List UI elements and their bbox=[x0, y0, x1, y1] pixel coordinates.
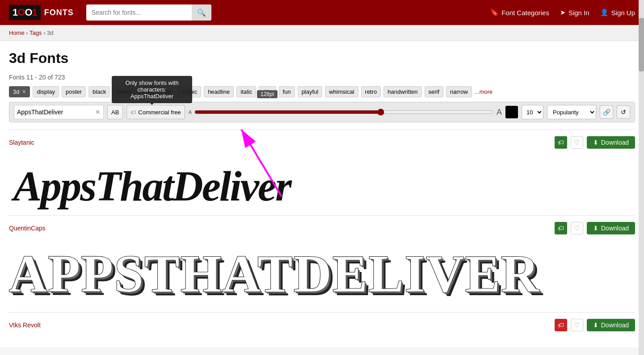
font-count: Fonts 11 - 20 of 723 bbox=[9, 74, 635, 81]
font-actions-vtks-revolt: 🏷 ♡ ⬇ Download bbox=[555, 319, 635, 331]
main-content: 3d Fonts Fonts 11 - 20 of 723 3d ✕ displ… bbox=[0, 41, 644, 347]
tag-poster[interactable]: poster bbox=[62, 86, 86, 97]
font-entry-header: QuentinCaps 🏷 ♡ ⬇ Download bbox=[9, 222, 635, 234]
font-preview-slaytanic[interactable]: AppsThatDeliver bbox=[9, 151, 635, 211]
font-entry-quentincaps: QuentinCaps 🏷 ♡ ⬇ Download APPSTHATDELIV… bbox=[9, 215, 635, 312]
breadcrumb-current: 3d bbox=[47, 29, 53, 36]
font-tag-icon-vtks[interactable]: 🏷 bbox=[555, 319, 567, 331]
font-categories-link[interactable]: 🔖 Font Categories bbox=[490, 8, 549, 17]
tag-playful[interactable]: playful bbox=[298, 86, 323, 97]
tag-label: black bbox=[93, 88, 106, 95]
tag-3d[interactable]: 3d ✕ bbox=[9, 86, 30, 97]
download-label: Download bbox=[601, 225, 629, 232]
tag-label: headline bbox=[208, 88, 230, 95]
tag-commercial-icon: 🏷 bbox=[130, 109, 136, 116]
tag-label: fat bbox=[165, 88, 171, 95]
sort-select[interactable]: Popularity Alphabetical Date Added Trend… bbox=[547, 105, 596, 119]
font-categories-label: Font Categories bbox=[501, 9, 549, 17]
clear-text-button[interactable]: ✕ bbox=[95, 109, 101, 116]
tag-narrow[interactable]: narrow bbox=[446, 86, 472, 97]
slaytanic-preview-svg: AppsThatDeliver bbox=[9, 151, 358, 209]
tag-fun[interactable]: fun bbox=[279, 86, 295, 97]
tag-display[interactable]: display bbox=[33, 86, 59, 97]
tag-italic[interactable]: italic bbox=[236, 86, 256, 97]
commercial-free-label: Commercial free bbox=[138, 109, 181, 116]
sign-in-link[interactable]: ➤ Sign In bbox=[560, 8, 589, 17]
toolbar: ✕ AB 🏷 Commercial free A A 10 20 50 bbox=[9, 102, 635, 122]
search-button[interactable]: 🔍 bbox=[192, 4, 211, 21]
font-name-vtks-revolt[interactable]: Vtks Revolt bbox=[9, 322, 41, 329]
logo-text: FONTS bbox=[41, 6, 77, 19]
tag-label: comic bbox=[182, 88, 197, 95]
font-tag-icon-slaytanic[interactable]: 🏷 bbox=[555, 136, 567, 149]
download-icon: ⬇ bbox=[593, 322, 598, 329]
tag-label: serif bbox=[429, 88, 440, 95]
favorite-button-quentincaps[interactable]: ♡ bbox=[571, 222, 583, 234]
tag-handwritten[interactable]: handwritten bbox=[383, 86, 421, 97]
font-entry-header: Slaytanic 🏷 ♡ ⬇ Download bbox=[9, 136, 635, 149]
color-picker[interactable] bbox=[505, 106, 518, 118]
download-button-slaytanic[interactable]: ⬇ Download bbox=[587, 136, 635, 149]
tag-label: display bbox=[37, 88, 55, 95]
tag-label: narrow bbox=[450, 88, 468, 95]
font-actions-quentincaps: 🏷 ♡ ⬇ Download bbox=[555, 222, 635, 234]
favorite-button-slaytanic[interactable]: ♡ bbox=[571, 136, 583, 149]
site-header: 1OO1 FONTS 🔍 🔖 Font Categories ➤ Sign In… bbox=[0, 0, 644, 25]
text-input-wrap: ✕ bbox=[14, 105, 104, 119]
tag-label: poster bbox=[66, 88, 82, 95]
font-tag-icon-quentincaps[interactable]: 🏷 bbox=[555, 222, 567, 234]
size-small-label: A bbox=[189, 109, 192, 115]
tag-serif[interactable]: serif bbox=[425, 86, 444, 97]
font-name-quentincaps[interactable]: QuentinCaps bbox=[9, 225, 46, 232]
tag-label: 3d bbox=[13, 88, 19, 95]
tag-label: italic bbox=[240, 88, 252, 95]
font-entry-vtks-revolt: Vtks Revolt 🏷 ♡ ⬇ Download bbox=[9, 312, 635, 338]
font-entry-slaytanic: Slaytanic 🏷 ♡ ⬇ Download AppsThatDeliver bbox=[9, 129, 635, 215]
ab-button[interactable]: AB bbox=[107, 105, 123, 119]
tag-label: fun bbox=[283, 88, 291, 95]
more-tags-link[interactable]: ...more bbox=[475, 88, 492, 95]
font-actions-slaytanic: 🏷 ♡ ⬇ Download bbox=[555, 136, 635, 149]
tag-label: bold bbox=[143, 88, 154, 95]
site-logo[interactable]: 1OO1 FONTS bbox=[9, 5, 77, 20]
download-button-vtks[interactable]: ⬇ Download bbox=[587, 319, 635, 331]
quentincaps-preview-svg: APPSTHATDELIVER APPSTHATDELIVER APPSTHAT… bbox=[9, 237, 545, 306]
breadcrumb-home[interactable]: Home bbox=[9, 29, 25, 36]
breadcrumb-tags[interactable]: Tags bbox=[29, 29, 42, 36]
tag-black[interactable]: black bbox=[88, 86, 110, 97]
font-size-badge: 128pt bbox=[257, 90, 278, 98]
download-label: Download bbox=[601, 139, 629, 146]
sign-up-link[interactable]: 👤 Sign Up bbox=[600, 8, 635, 17]
scrollbar[interactable] bbox=[639, 0, 644, 347]
download-label: Download bbox=[601, 322, 629, 329]
favorite-button-vtks[interactable]: ♡ bbox=[571, 319, 583, 331]
tags-bar: 3d ✕ display poster black heavy bold fat… bbox=[9, 86, 635, 97]
tag-heavy[interactable]: heavy bbox=[113, 86, 136, 97]
tag-close-icon[interactable]: ✕ bbox=[22, 89, 26, 95]
tag-retro[interactable]: retro bbox=[361, 86, 381, 97]
per-page-select[interactable]: 10 20 50 bbox=[522, 105, 543, 119]
preview-text-input[interactable] bbox=[17, 109, 95, 116]
tag-label: handwritten bbox=[387, 88, 417, 95]
tag-headline[interactable]: headline bbox=[204, 86, 234, 97]
tag-comic[interactable]: comic bbox=[178, 86, 201, 97]
tag-whimsical[interactable]: whimsical bbox=[325, 86, 358, 97]
tag-fat[interactable]: fat bbox=[161, 86, 175, 97]
bookmark-icon: 🔖 bbox=[490, 8, 499, 17]
download-button-quentincaps[interactable]: ⬇ Download bbox=[587, 222, 635, 234]
header-nav: 🔖 Font Categories ➤ Sign In 👤 Sign Up bbox=[490, 8, 635, 17]
download-icon: ⬇ bbox=[593, 139, 598, 146]
tag-bold[interactable]: bold bbox=[139, 86, 158, 97]
font-list: Slaytanic 🏷 ♡ ⬇ Download AppsThatDeliver bbox=[9, 129, 635, 338]
size-large-label: A bbox=[497, 108, 502, 117]
scrollbar-thumb[interactable] bbox=[639, 18, 644, 71]
font-name-slaytanic[interactable]: Slaytanic bbox=[9, 139, 34, 146]
reset-button[interactable]: ↺ bbox=[617, 105, 630, 119]
toolbar-wrapper: Only show fonts with characters: AppsTha… bbox=[9, 102, 635, 122]
font-size-slider[interactable] bbox=[194, 109, 494, 116]
search-input[interactable] bbox=[86, 4, 192, 21]
font-preview-quentincaps[interactable]: APPSTHATDELIVER APPSTHATDELIVER APPSTHAT… bbox=[9, 237, 635, 308]
search-bar[interactable]: 🔍 bbox=[86, 4, 211, 21]
commercial-free-button[interactable]: 🏷 Commercial free bbox=[126, 105, 185, 119]
link-button[interactable]: 🔗 bbox=[600, 105, 613, 119]
